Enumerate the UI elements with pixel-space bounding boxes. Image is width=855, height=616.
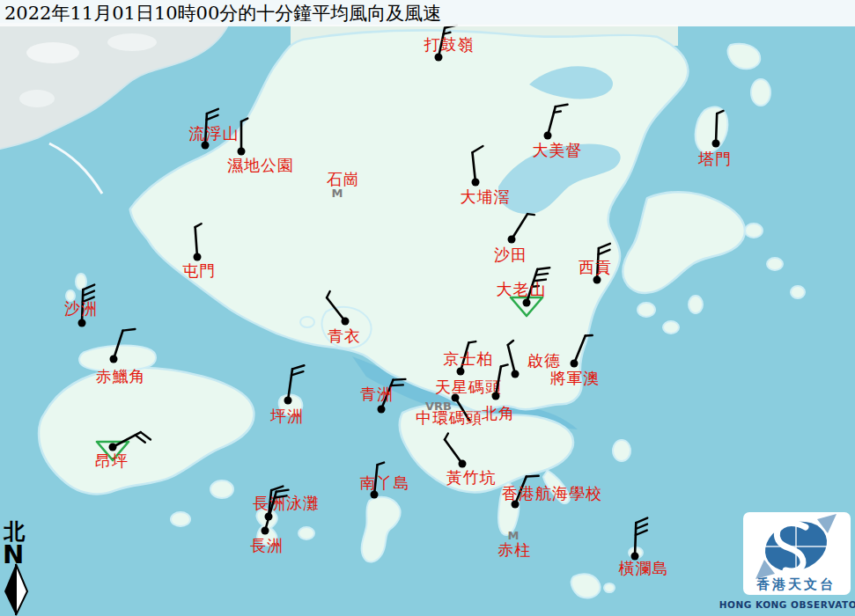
station-label: 京士柏	[444, 349, 494, 368]
station-dot	[459, 460, 467, 468]
station-label: 沙洲	[64, 299, 98, 318]
station-label: 打鼓嶺	[424, 35, 475, 54]
island	[572, 575, 600, 597]
station-dot	[544, 132, 552, 140]
station-label: 大老山	[497, 280, 547, 298]
island	[664, 322, 678, 333]
wind-barb-full	[393, 379, 405, 380]
island	[605, 584, 614, 591]
station-label: 濕地公園	[227, 156, 294, 174]
island	[752, 80, 770, 105]
hko-wind-map: 打鼓嶺流浮山濕地公園M石崗大美督塔門大埔滘屯門沙田西貢大老山沙洲赤鱲角青衣京士柏…	[0, 0, 855, 616]
hko-logo-chinese: 香港天文台	[755, 576, 836, 592]
station-dot	[110, 356, 118, 363]
station-dot	[571, 360, 579, 368]
island	[299, 528, 313, 539]
wind-barb-full	[527, 476, 539, 477]
urban-patch	[26, 42, 79, 63]
island	[172, 513, 189, 525]
missing-data-tag: M	[332, 187, 343, 200]
wind-barb-half	[468, 341, 475, 342]
station-dot	[378, 406, 386, 414]
station-dot	[492, 392, 500, 400]
station-dot	[512, 370, 520, 378]
station-label: 塔門	[697, 150, 732, 168]
station-label: 天星碼頭	[435, 378, 502, 396]
station-label: 坪洲	[269, 407, 304, 425]
station-dot	[593, 276, 601, 284]
station-dot	[284, 397, 292, 405]
station-label: 西貢	[579, 258, 612, 276]
station-dot	[262, 527, 269, 535]
island	[746, 224, 762, 237]
station-label: 昂坪	[95, 451, 129, 470]
island	[768, 259, 782, 269]
urban-patch	[19, 90, 55, 107]
station-label: 沙田	[494, 246, 527, 264]
station-label: 北角	[482, 404, 515, 422]
station-dot	[109, 444, 117, 451]
wind-barb-half	[554, 112, 561, 113]
island	[689, 297, 702, 312]
station-label: 青洲	[360, 385, 394, 403]
hko-logo-english: HONG KONG OBSERVATORY	[719, 599, 855, 610]
station-label: 長洲	[250, 536, 284, 554]
urban-patch	[107, 33, 157, 51]
wind-barb-half	[527, 214, 534, 215]
island	[211, 481, 232, 497]
wind-barb-full	[537, 268, 549, 269]
station-dot	[238, 148, 246, 156]
station-label: 香港航海學校	[502, 484, 602, 502]
station-dot	[435, 54, 443, 62]
station-label: 流浮山	[189, 124, 240, 143]
station-label: 中環碼頭	[416, 408, 483, 427]
station-label: 大美督	[533, 141, 583, 159]
station-label: 黃竹坑	[446, 468, 497, 487]
station-dot	[508, 236, 516, 244]
station-label: 屯門	[182, 261, 216, 280]
island	[638, 304, 654, 316]
station-dot	[712, 140, 720, 148]
station-label: 大埔滘	[461, 187, 511, 206]
sha-chau-island	[77, 275, 85, 289]
station-label: 啟德	[527, 351, 561, 370]
island	[614, 441, 630, 460]
wind-barb-full	[535, 274, 548, 275]
station-dot	[342, 318, 350, 326]
station-dot	[472, 179, 480, 187]
station-label: 橫瀾島	[619, 559, 669, 577]
map-canvas: 打鼓嶺流浮山濕地公園M石崗大美督塔門大埔滘屯門沙田西貢大老山沙洲赤鱲角青衣京士柏…	[0, 0, 855, 616]
station-label: 石崗	[327, 170, 360, 188]
station-dot	[78, 319, 86, 327]
title-bar: 2022年11月01日10時00分的十分鐘平均風向及風速	[0, 0, 855, 26]
station-dot	[194, 253, 202, 261]
station-label: 赤柱	[498, 540, 531, 559]
island	[729, 45, 760, 69]
station-dot	[523, 299, 531, 307]
wind-barb-staff	[716, 114, 717, 143]
station-dot	[457, 368, 465, 376]
station-label: 青衣	[328, 326, 361, 345]
island	[792, 287, 804, 297]
wind-barb-full	[123, 329, 136, 331]
map-title: 2022年11月01日10時00分的十分鐘平均風向及風速	[4, 3, 441, 24]
station-label: 南丫島	[360, 473, 410, 492]
compass-n-letter: N	[3, 539, 24, 569]
station-label: 將軍澳	[550, 369, 601, 387]
station-label: 赤鱲角	[96, 367, 146, 385]
ma-wan-island	[301, 318, 313, 326]
